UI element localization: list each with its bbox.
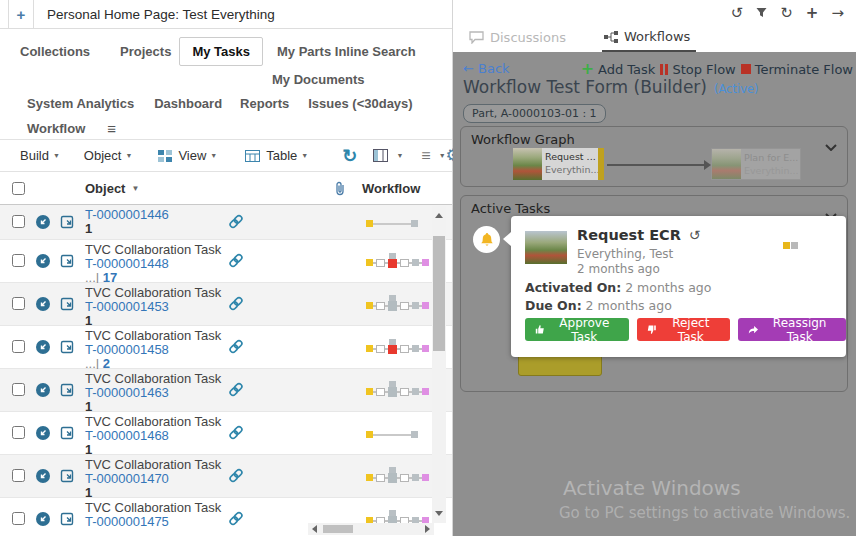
expand-arrow-icon[interactable]: → [831,6,844,21]
freeze-columns-menu[interactable]: ▼ [373,149,403,162]
add-task-button[interactable]: +Add Task [581,61,656,77]
open-in-new-window-icon[interactable] [60,339,74,358]
task-id-link[interactable]: T-0000001468 [85,429,221,443]
link-icon[interactable] [228,253,244,272]
attachment-column-icon[interactable] [334,181,346,199]
open-item-icon[interactable] [36,469,50,487]
tab-workflows[interactable]: Workflows [602,25,696,52]
open-item-icon[interactable] [36,426,50,444]
tab-projects[interactable]: Projects [120,44,171,59]
tab-my-documents[interactable]: My Documents [272,72,364,87]
column-header-object[interactable]: Object▼ [85,181,139,196]
open-item-icon[interactable] [36,254,50,272]
column-header-workflow[interactable]: Workflow [362,181,420,196]
link-icon[interactable] [228,382,244,401]
background-task-button[interactable] [518,354,602,376]
history-icon[interactable]: ↺ [689,227,701,243]
tab-overflow-menu-icon[interactable]: ≡ [107,120,115,137]
tab-workflow[interactable]: Workflow [27,121,85,136]
open-item-icon[interactable] [36,340,50,358]
collapse-chevron-icon[interactable] [825,136,837,155]
graph-node-request-ecr[interactable]: Request ...Everythin... [512,147,605,181]
part-chip[interactable]: Part, A-0000103-01 : 1 [463,104,606,123]
open-in-new-window-icon[interactable] [60,425,74,444]
reject-task-button[interactable]: Reject Task [637,318,730,341]
open-item-icon[interactable] [36,297,50,315]
build-menu[interactable]: Build▼ [20,148,60,163]
open-in-new-window-icon[interactable] [60,511,74,530]
undo-icon[interactable]: ↺ [731,6,744,21]
task-id-link[interactable]: T-0000001470 [85,472,221,486]
row-checkbox[interactable] [12,340,25,353]
left-pane: + Personal Home Page: Test Everything Co… [0,0,453,536]
select-all-checkbox[interactable] [12,182,25,195]
table-row[interactable]: TVC Collaboration Task T-0000001453 1 [0,283,452,326]
task-id-link[interactable]: T-0000001463 [85,386,221,400]
table-menu[interactable]: Table▼ [245,148,308,163]
table-row[interactable]: TVC Collaboration Task T-0000001470 1 [0,455,452,498]
link-icon[interactable] [228,339,244,358]
tab-reports[interactable]: Reports [240,96,289,111]
open-item-icon[interactable] [36,215,50,233]
refresh-icon[interactable]: ↻ [780,6,793,21]
scroll-up-arrow[interactable] [435,213,443,218]
row-checkbox[interactable] [12,215,25,228]
row-checkbox[interactable] [12,469,25,482]
link-icon[interactable] [228,214,244,233]
filter-icon[interactable] [756,6,767,21]
open-in-new-window-icon[interactable] [60,296,74,315]
refresh-button[interactable]: ↻ [342,145,357,167]
scroll-right-arrow[interactable] [425,525,430,533]
link-icon[interactable] [228,511,244,530]
tab-collections[interactable]: Collections [20,44,90,59]
open-in-new-window-icon[interactable] [60,253,74,272]
reassign-task-button[interactable]: Reassign Task [738,318,846,341]
row-checkbox[interactable] [12,426,25,439]
link-icon[interactable] [228,296,244,315]
table-row[interactable]: TVC Collaboration Task T-0000001468 1 [0,412,452,455]
row-density-menu[interactable]: ≡▼ [421,147,445,165]
task-count[interactable]: 1 [85,222,169,236]
table-row[interactable]: T-0000001446 1 [0,205,452,240]
link-icon[interactable] [228,425,244,444]
stop-flow-button[interactable]: Stop Flow [660,62,735,77]
task-id-link[interactable]: T-0000001448 [85,257,221,271]
open-item-icon[interactable] [36,383,50,401]
open-in-new-window-icon[interactable] [60,214,74,233]
open-item-icon[interactable] [36,512,50,530]
vertical-scrollbar[interactable] [432,206,446,523]
tab-dashboard[interactable]: Dashboard [154,96,222,111]
row-checkbox[interactable] [12,297,25,310]
task-id-link[interactable]: T-0000001453 [85,300,221,314]
open-in-new-window-icon[interactable] [60,468,74,487]
scroll-left-arrow[interactable] [312,525,317,533]
tab-system-analytics[interactable]: System Analytics [27,96,134,111]
tab-issues[interactable]: Issues (<30days) [308,96,412,111]
horizontal-scrollbar[interactable] [308,523,434,535]
task-id-link[interactable]: T-0000001446 [85,208,169,222]
row-checkbox[interactable] [12,512,25,525]
horizontal-scroll-thumb[interactable] [323,525,353,533]
table-row[interactable]: TVC Collaboration Task T-0000001448 ...|… [0,240,452,283]
graph-node-plan[interactable]: Plan for E...Everythin... [711,148,801,180]
object-menu[interactable]: Object▼ [84,148,133,163]
table-row[interactable]: TVC Collaboration Task T-0000001463 1 [0,369,452,412]
approve-task-button[interactable]: Approve Task [525,318,629,341]
open-in-new-window-icon[interactable] [60,382,74,401]
vertical-scroll-thumb[interactable] [433,236,445,351]
row-checkbox[interactable] [12,254,25,267]
view-menu[interactable]: View▼ [158,148,217,163]
scroll-down-arrow[interactable] [435,511,443,516]
row-checkbox[interactable] [12,383,25,396]
tab-discussions[interactable]: Discussions [467,25,572,52]
add-page-button[interactable]: + [8,0,34,28]
add-icon[interactable]: + [806,6,819,21]
tab-my-tasks[interactable]: My Tasks [179,37,263,66]
terminate-flow-button[interactable]: Terminate Flow [741,62,853,77]
link-icon[interactable] [228,468,244,487]
table-row[interactable]: TVC Collaboration Task T-0000001458 ...|… [0,326,452,369]
task-id-link[interactable]: T-0000001475 [85,515,221,529]
tab-my-parts-inline-search[interactable]: My Parts Inline Search [277,44,416,59]
task-id-link[interactable]: T-0000001458 [85,343,221,357]
back-link[interactable]: ← Back [463,61,510,76]
